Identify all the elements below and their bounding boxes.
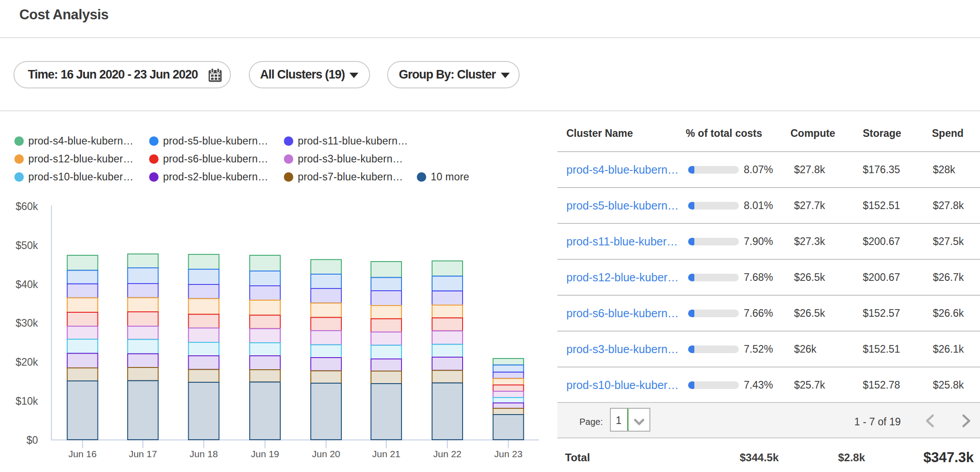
svg-text:Jun 19: Jun 19 bbox=[251, 449, 279, 459]
svg-text:Jun 23: Jun 23 bbox=[494, 449, 522, 459]
svg-text:$40k: $40k bbox=[16, 279, 38, 290]
svg-text:$20k: $20k bbox=[16, 356, 38, 368]
svg-text:Jun 21: Jun 21 bbox=[372, 449, 400, 459]
svg-text:Jun 20: Jun 20 bbox=[312, 449, 340, 459]
svg-text:$30k: $30k bbox=[16, 317, 38, 329]
svg-text:Jun 17: Jun 17 bbox=[129, 449, 157, 459]
svg-text:Jun 16: Jun 16 bbox=[68, 449, 97, 459]
svg-text:$10k: $10k bbox=[16, 395, 38, 407]
svg-text:Jun 22: Jun 22 bbox=[433, 449, 461, 459]
svg-text:$50k: $50k bbox=[16, 240, 38, 251]
svg-text:$60k: $60k bbox=[16, 201, 38, 212]
svg-text:Jun 18: Jun 18 bbox=[190, 449, 218, 459]
svg-text:$0: $0 bbox=[26, 434, 38, 446]
